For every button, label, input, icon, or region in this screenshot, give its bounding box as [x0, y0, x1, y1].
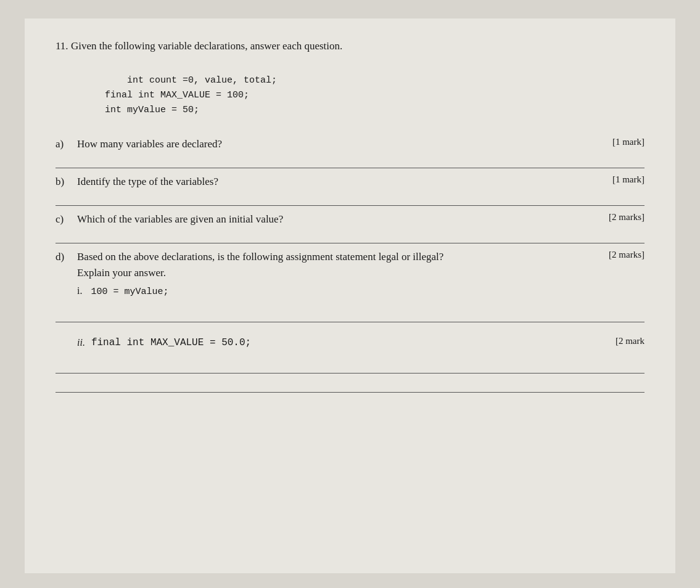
- part-d-sub-ii-code: final int MAX_VALUE = 50.0;: [91, 337, 251, 348]
- part-d-label: d): [56, 251, 71, 263]
- part-a-body: a) How many variables are declared?: [56, 138, 612, 150]
- part-b-question: b) Identify the type of the variables?: [56, 176, 612, 188]
- part-b-mark: [1 mark]: [612, 174, 644, 185]
- part-c-answer-line: [56, 243, 644, 243]
- exam-page: 11. Given the following variable declara…: [25, 18, 675, 573]
- part-d-sub-ii-content: ii. final int MAX_VALUE = 50.0;: [56, 337, 616, 348]
- part-c-question: c) Which of the variables are given an i…: [56, 213, 609, 226]
- part-c-mark: [2 marks]: [609, 212, 644, 223]
- code-line-2: final int MAX_VALUE = 100;: [105, 90, 249, 100]
- question-number: 11.: [56, 40, 68, 52]
- part-b-text: Identify the type of the variables?: [77, 176, 218, 188]
- question-intro-text: Given the following variable declaration…: [71, 40, 342, 52]
- part-c-body: c) Which of the variables are given an i…: [56, 213, 609, 226]
- code-block: int count =0, value, total; final int MA…: [105, 59, 644, 133]
- part-d-sub-i-label: i.: [77, 285, 82, 296]
- code-line-3: int myValue = 50;: [105, 105, 199, 115]
- part-d-sub-i-code: 100 = myValue;: [91, 287, 168, 297]
- part-d-sub-ii-row: ii. final int MAX_VALUE = 50.0;: [77, 337, 616, 348]
- part-a-text: How many variables are declared?: [77, 138, 222, 150]
- part-d-sub-ii-mark: [2 mark: [616, 336, 644, 346]
- part-b-body: b) Identify the type of the variables?: [56, 176, 612, 188]
- part-c-label: c): [56, 213, 71, 226]
- part-a-mark: [1 mark]: [612, 137, 644, 147]
- part-d-text: Based on the above declarations, is the …: [77, 251, 443, 263]
- question-header: 11. Given the following variable declara…: [56, 40, 644, 52]
- part-b: b) Identify the type of the variables? […: [56, 173, 644, 206]
- part-c-text: Which of the variables are given an init…: [77, 213, 283, 226]
- part-d: d) Based on the above declarations, is t…: [56, 248, 644, 322]
- part-b-answer-line: [56, 205, 644, 206]
- part-b-label: b): [56, 176, 71, 188]
- part-a-question: a) How many variables are declared?: [56, 138, 612, 150]
- part-d-body: d) Based on the above declarations, is t…: [56, 251, 609, 279]
- part-d-sub-ii: ii. final int MAX_VALUE = 50.0; [2 mark: [56, 335, 644, 393]
- part-c: c) Which of the variables are given an i…: [56, 211, 644, 243]
- part-d-sub-i: i. 100 = myValue;: [77, 285, 644, 297]
- code-line-1: int count =0, value, total;: [127, 75, 277, 86]
- part-a: a) How many variables are declared? [1 m…: [56, 136, 644, 168]
- part-d-sub-ii-label: ii.: [77, 337, 85, 348]
- part-d-sub-ii-answer-line-2: [56, 392, 644, 393]
- part-a-label: a): [56, 138, 71, 150]
- part-a-answer-line: [56, 168, 644, 168]
- part-d-explain: Explain your answer.: [77, 267, 609, 279]
- part-d-question: d) Based on the above declarations, is t…: [56, 251, 609, 263]
- part-d-mark: [2 marks]: [609, 250, 644, 260]
- part-d-sub-ii-answer-line-1: [56, 373, 644, 374]
- part-d-sub-i-answer-line: [56, 322, 644, 322]
